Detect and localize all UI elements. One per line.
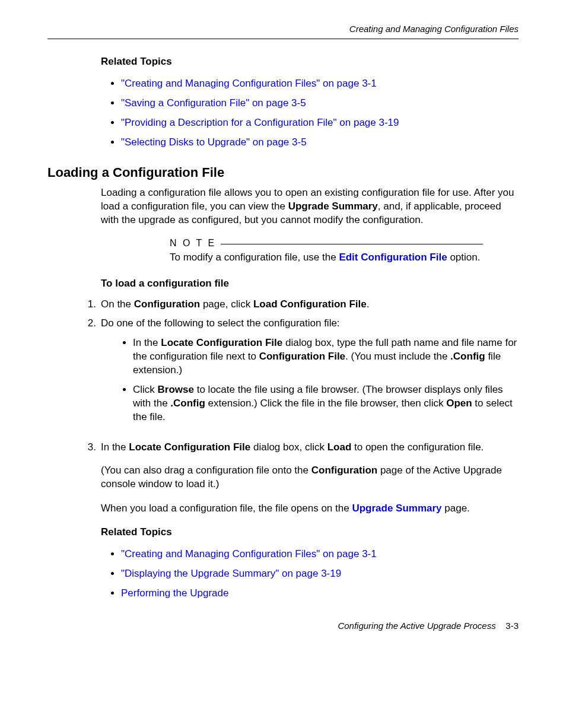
text: Click [133,384,158,395]
bold-text: Configuration [311,465,377,476]
note-label-row: N O T E [170,238,483,249]
bold-link-text: Edit Configuration File [339,252,447,263]
text: extension.) Click the file in the file b… [205,398,446,409]
bold-text: Load Configuration File [253,298,367,310]
step-number: 3. [84,441,101,454]
step-body: On the Configuration page, click Load Co… [101,298,519,311]
related-link[interactable]: "Displaying the Upgrade Summary" on page… [121,568,341,579]
related-link[interactable]: "Providing a Description for a Configura… [121,117,399,128]
header-rule [47,39,519,39]
upgrade-summary-link[interactable]: Upgrade Summary [352,503,441,514]
related-topics-heading-1: Related Topics [101,56,519,68]
procedure-steps: 1. On the Configuration page, click Load… [101,298,519,454]
text: When you load a configuration file, the … [101,503,352,514]
running-header: Creating and Managing Configuration File… [47,24,519,34]
load-result-paragraph: When you load a configuration file, the … [101,502,519,516]
related-link[interactable]: "Selecting Disks to Upgrade" on page 3-5 [121,136,307,148]
bold-text: Open [446,398,472,409]
footer-title: Configuring the Active Upgrade Process [338,621,495,631]
related-link-item: "Providing a Description for a Configura… [121,116,519,130]
edit-config-link[interactable]: Edit Configuration File [339,252,447,263]
bold-link-text: Upgrade Summary [352,503,441,514]
related-topics-list-2: "Creating and Managing Configuration Fil… [101,548,519,600]
step-body: Do one of the following to select the co… [101,317,519,435]
bold-text: Browse [158,384,194,395]
substep-item: In the Locate Configuration File dialog … [133,336,519,377]
drag-note-paragraph: (You can also drag a configuration file … [101,464,519,491]
step-item: 1. On the Configuration page, click Load… [101,298,519,311]
text: option. [447,252,481,263]
related-link[interactable]: "Saving a Configuration File" on page 3-… [121,97,306,109]
text: On the [101,298,134,310]
substeps-list: In the Locate Configuration File dialog … [101,336,519,424]
bold-text: Load [327,441,352,453]
page-footer: Configuring the Active Upgrade Process 3… [47,621,519,631]
bold-text: Configuration [134,298,200,310]
step-number: 2. [84,317,101,435]
related-link-item: "Creating and Managing Configuration Fil… [121,77,519,91]
related-topics-list-1: "Creating and Managing Configuration Fil… [101,77,519,150]
bold-text: Locate Configuration File [129,441,250,453]
step-item: 2. Do one of the following to select the… [101,317,519,435]
related-link-item: "Creating and Managing Configuration Fil… [121,548,519,561]
related-link-item: "Saving a Configuration File" on page 3-… [121,97,519,110]
section-intro-paragraph: Loading a configuration file allows you … [101,186,519,227]
bold-text: .Config [450,351,485,362]
step-number: 1. [84,298,101,311]
bold-text: .Config [170,398,205,409]
text: (You can also drag a configuration file … [101,465,311,476]
text: dialog box, click [250,441,327,453]
note-text: To modify a configuration file, use the … [170,251,483,265]
section-heading: Loading a Configuration File [47,165,519,180]
related-link[interactable]: "Creating and Managing Configuration Fil… [121,78,377,89]
text: page, click [200,298,253,310]
step-body: In the Locate Configuration File dialog … [101,441,519,454]
related-link-item: "Selecting Disks to Upgrade" on page 3-5 [121,136,519,150]
related-link[interactable]: "Creating and Managing Configuration Fil… [121,548,377,559]
main-content: Related Topics "Creating and Managing Co… [101,56,519,600]
text: In the [101,441,129,453]
text: page. [442,503,470,514]
note-label: N O T E [170,238,216,249]
note-block: N O T E To modify a configuration file, … [170,238,483,265]
substep-item: Click Browse to locate the file using a … [133,383,519,424]
text: Do one of the following to select the co… [101,317,340,329]
text: In the [133,337,161,348]
text: to open the configuration file. [351,441,484,453]
related-topics-heading-2: Related Topics [101,526,519,538]
text: . [367,298,370,310]
note-rule [221,244,483,244]
text: To modify a configuration file, use the [170,252,339,263]
footer-page-number: 3-3 [505,621,519,631]
bold-text: Locate Configuration File [161,337,282,348]
related-link[interactable]: Performing the Upgrade [121,587,228,599]
procedure-heading: To load a configuration file [101,278,519,290]
bold-text: Configuration File [259,351,345,362]
related-link-item: "Displaying the Upgrade Summary" on page… [121,567,519,581]
text: . (You must include the [345,351,450,362]
bold-text: Upgrade Summary [288,201,378,212]
step-item: 3. In the Locate Configuration File dial… [101,441,519,454]
related-link-item: Performing the Upgrade [121,587,519,600]
